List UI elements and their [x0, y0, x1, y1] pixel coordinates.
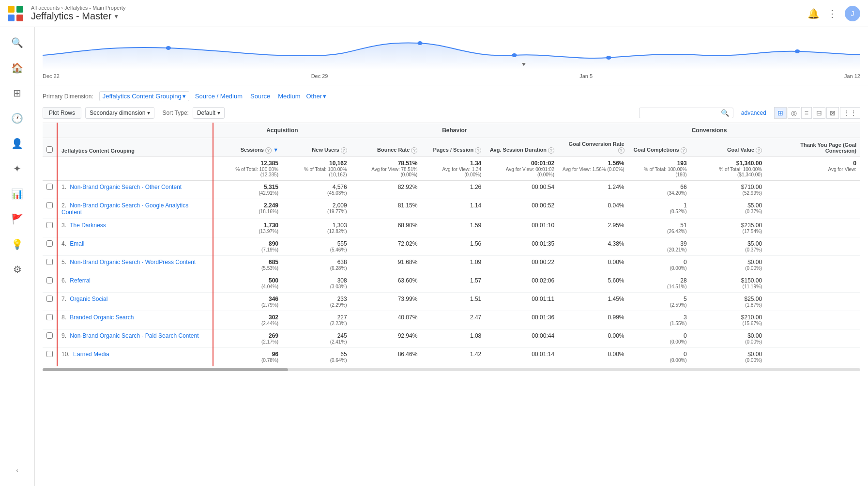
- row-checkbox-cell[interactable]: [43, 199, 57, 219]
- row-new-users-pct: (2.41%): [286, 339, 347, 345]
- row-goal-completions-cell: 51 (26.42%): [628, 219, 691, 237]
- sort-type-dropdown[interactable]: Default ▾: [193, 107, 225, 119]
- sidebar-item-user[interactable]: 👤: [6, 132, 29, 155]
- row-name-link[interactable]: Non-Brand Organic Search - Google Analyt…: [61, 202, 188, 216]
- row-checkbox-cell[interactable]: [43, 329, 57, 347]
- bar-view-icon[interactable]: ≡: [801, 107, 812, 119]
- row-checkbox[interactable]: [46, 314, 53, 320]
- active-dimension-tab[interactable]: Jeffalytics Content Grouping ▾: [99, 91, 189, 101]
- row-checkbox-cell[interactable]: [43, 255, 57, 274]
- row-checkbox[interactable]: [46, 240, 53, 247]
- medium-tab[interactable]: Medium: [276, 92, 302, 101]
- row-checkbox[interactable]: [46, 202, 53, 208]
- goal-value-col-header[interactable]: Goal Value ?: [691, 138, 766, 157]
- goal-completions-info-icon[interactable]: ?: [681, 147, 687, 154]
- row-name-link[interactable]: Non-Brand Organic Search - WordPress Con…: [70, 259, 196, 266]
- goal-value-info-icon[interactable]: ?: [756, 147, 762, 154]
- row-thank-you-cell: [766, 180, 860, 199]
- select-all-checkbox[interactable]: [46, 146, 53, 153]
- sidebar-item-insights[interactable]: 💡: [6, 233, 29, 256]
- totals-thank-you-cell: 0 Avg for View:: [766, 157, 860, 180]
- sidebar-item-realtime[interactable]: ✦: [6, 157, 29, 180]
- search-icon[interactable]: 🔍: [721, 109, 729, 117]
- select-all-checkbox-header[interactable]: [43, 138, 57, 157]
- avatar[interactable]: J: [845, 6, 860, 21]
- row-name-link[interactable]: Referral: [70, 277, 91, 284]
- sessions-info-icon[interactable]: ?: [265, 147, 272, 154]
- sort-type-label: Sort Type:: [162, 110, 188, 116]
- row-pages-session-cell: 1.14: [421, 199, 485, 219]
- row-name-link[interactable]: Email: [70, 240, 84, 247]
- plot-rows-button[interactable]: Plot Rows: [43, 107, 81, 119]
- row-checkbox[interactable]: [46, 184, 53, 190]
- row-checkbox-cell[interactable]: [43, 292, 57, 311]
- property-dropdown-arrow[interactable]: ▼: [113, 13, 119, 20]
- totals-new-users-cell: 10,162 % of Total: 100.00% (10,162): [282, 157, 351, 180]
- row-name-link[interactable]: Earned Media: [73, 351, 109, 358]
- row-pages-session-cell: 1.56: [421, 237, 485, 255]
- new-users-info-icon[interactable]: ?: [341, 147, 347, 154]
- advanced-link[interactable]: advanced: [741, 110, 766, 116]
- row-name-link[interactable]: Branded Organic Search: [70, 314, 134, 321]
- pie-view-icon[interactable]: ◎: [788, 107, 800, 119]
- row-goal-conv-rate-cell: 0.00%: [558, 329, 628, 347]
- sidebar-item-dashboard[interactable]: ⊞: [6, 81, 29, 105]
- new-users-col-header[interactable]: New Users ?: [282, 138, 351, 157]
- row-checkbox-cell[interactable]: [43, 347, 57, 366]
- logo[interactable]: [8, 6, 23, 21]
- sessions-sort-arrow[interactable]: ▼: [273, 147, 278, 153]
- sidebar-item-home[interactable]: 🏠: [6, 56, 29, 79]
- other-tab[interactable]: Other ▾: [306, 93, 327, 100]
- thank-you-col-header[interactable]: Thank You Page (Goal Conversion): [766, 138, 860, 157]
- row-checkbox-cell[interactable]: [43, 237, 57, 255]
- horizontal-scrollbar[interactable]: [43, 368, 860, 371]
- bounce-rate-col-header[interactable]: Bounce Rate ?: [351, 138, 422, 157]
- pages-session-col-header[interactable]: Pages / Session ?: [421, 138, 485, 157]
- row-name-link[interactable]: Non-Brand Organic Search - Paid Search C…: [70, 332, 198, 339]
- source-tab[interactable]: Source: [248, 92, 272, 101]
- row-checkbox[interactable]: [46, 259, 53, 265]
- row-name-link[interactable]: Organic Social: [70, 296, 107, 302]
- row-checkbox[interactable]: [46, 296, 53, 302]
- row-checkbox[interactable]: [46, 222, 53, 228]
- goal-conv-rate-info-icon[interactable]: ?: [618, 147, 624, 154]
- source-medium-tab[interactable]: Source / Medium: [193, 92, 244, 101]
- sessions-col-header[interactable]: Sessions ? ▼: [213, 138, 282, 157]
- bounce-rate-info-icon[interactable]: ?: [411, 147, 417, 154]
- avg-session-col-header[interactable]: Avg. Session Duration ?: [485, 138, 558, 157]
- row-checkbox[interactable]: [46, 332, 53, 339]
- row-checkbox-cell[interactable]: [43, 219, 57, 237]
- scrollbar-thumb[interactable]: [43, 368, 288, 371]
- sidebar-item-flag[interactable]: 🚩: [6, 207, 29, 231]
- row-name-link[interactable]: Non-Brand Organic Search - Other Content: [70, 184, 182, 190]
- row-checkbox[interactable]: [46, 351, 53, 357]
- row-sessions-pct: (18.16%): [217, 209, 278, 214]
- row-checkbox-cell[interactable]: [43, 180, 57, 199]
- scrollbar-area[interactable]: [35, 366, 868, 373]
- more-icon[interactable]: ⋮: [827, 8, 837, 19]
- table-view-icon[interactable]: ⊞: [774, 107, 787, 119]
- bell-icon[interactable]: 🔔: [807, 8, 820, 19]
- search-input[interactable]: [643, 110, 721, 116]
- row-checkbox-cell[interactable]: [43, 274, 57, 292]
- row-checkbox[interactable]: [46, 277, 53, 283]
- search-box[interactable]: 🔍: [639, 108, 733, 118]
- goal-completions-col-header[interactable]: Goal Completions ?: [628, 138, 691, 157]
- chart-area: ▼ Dec 22 Dec 29 Jan 5 Jan 12: [35, 27, 868, 85]
- row-checkbox-cell[interactable]: [43, 311, 57, 329]
- pages-session-info-icon[interactable]: ?: [475, 147, 481, 154]
- compare-view-icon[interactable]: ⊟: [813, 107, 825, 119]
- pivot-view-icon[interactable]: ⊠: [826, 107, 839, 119]
- sidebar-item-search[interactable]: 🔍: [6, 31, 29, 54]
- row-avg-session-cell: 00:01:35: [485, 237, 558, 255]
- goal-conv-rate-col-header[interactable]: Goal Conversion Rate ?: [558, 138, 628, 157]
- sidebar-collapse-button[interactable]: ‹: [6, 459, 29, 482]
- lifecycle-view-icon[interactable]: ⋮⋮: [840, 107, 860, 119]
- sidebar-item-reports[interactable]: 📊: [6, 182, 29, 205]
- sidebar-item-settings[interactable]: ⚙: [6, 258, 29, 281]
- row-name-link[interactable]: The Darkness: [70, 222, 106, 229]
- secondary-dimension-dropdown[interactable]: Secondary dimension ▾: [85, 107, 154, 119]
- avg-session-info-icon[interactable]: ?: [548, 147, 554, 154]
- other-tab-arrow: ▾: [323, 93, 326, 100]
- sidebar-item-clock[interactable]: 🕐: [6, 107, 29, 130]
